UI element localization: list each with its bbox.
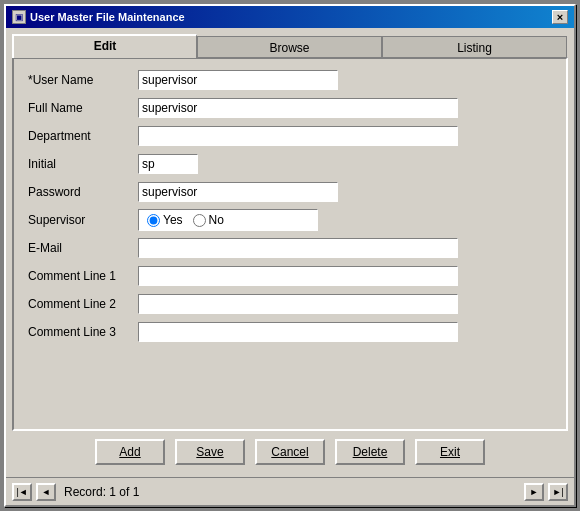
cancel-button[interactable]: Cancel [255, 439, 325, 465]
comment2-label: Comment Line 2 [28, 297, 138, 311]
window-content: Edit Browse Listing *User Name Full Name [6, 28, 574, 477]
button-bar: Add Save Cancel Delete Exit [12, 431, 568, 471]
email-row: E-Mail [28, 237, 552, 259]
comment1-input[interactable] [138, 266, 458, 286]
supervisor-yes-radio[interactable] [147, 214, 160, 227]
comment1-label: Comment Line 1 [28, 269, 138, 283]
full-name-row: Full Name [28, 97, 552, 119]
tab-browse[interactable]: Browse [197, 36, 382, 59]
initial-label: Initial [28, 157, 138, 171]
comment1-row: Comment Line 1 [28, 265, 552, 287]
window-icon: ▣ [12, 10, 26, 24]
tab-bar: Edit Browse Listing [12, 34, 568, 57]
nav-last-button[interactable]: ►| [548, 483, 568, 501]
comment2-row: Comment Line 2 [28, 293, 552, 315]
supervisor-row: Supervisor Yes No [28, 209, 552, 231]
comment3-input[interactable] [138, 322, 458, 342]
password-input[interactable] [138, 182, 338, 202]
exit-button[interactable]: Exit [415, 439, 485, 465]
department-row: Department [28, 125, 552, 147]
initial-input[interactable] [138, 154, 198, 174]
title-bar-left: ▣ User Master File Maintenance [12, 10, 185, 24]
add-button[interactable]: Add [95, 439, 165, 465]
tab-edit[interactable]: Edit [12, 34, 197, 58]
email-label: E-Mail [28, 241, 138, 255]
supervisor-no-option[interactable]: No [193, 213, 224, 227]
supervisor-yes-option[interactable]: Yes [147, 213, 183, 227]
delete-button[interactable]: Delete [335, 439, 405, 465]
form-area: *User Name Full Name Department Initial [28, 69, 552, 343]
department-label: Department [28, 129, 138, 143]
window-title: User Master File Maintenance [30, 11, 185, 23]
nav-next-button[interactable]: ► [524, 483, 544, 501]
supervisor-no-radio[interactable] [193, 214, 206, 227]
full-name-input[interactable] [138, 98, 458, 118]
title-bar: ▣ User Master File Maintenance × [6, 6, 574, 28]
tab-listing[interactable]: Listing [382, 36, 567, 59]
nav-bar: |◄ ◄ Record: 1 of 1 ► ►| [6, 477, 574, 505]
user-name-row: *User Name [28, 69, 552, 91]
record-info: Record: 1 of 1 [60, 485, 520, 499]
department-input[interactable] [138, 126, 458, 146]
comment2-input[interactable] [138, 294, 458, 314]
comment3-row: Comment Line 3 [28, 321, 552, 343]
comment3-label: Comment Line 3 [28, 325, 138, 339]
supervisor-label: Supervisor [28, 213, 138, 227]
user-name-input[interactable] [138, 70, 338, 90]
email-input[interactable] [138, 238, 458, 258]
user-name-label: *User Name [28, 73, 138, 87]
full-name-label: Full Name [28, 101, 138, 115]
nav-first-button[interactable]: |◄ [12, 483, 32, 501]
edit-panel: *User Name Full Name Department Initial [12, 57, 568, 431]
close-button[interactable]: × [552, 10, 568, 24]
password-label: Password [28, 185, 138, 199]
supervisor-group: Yes No [138, 209, 318, 231]
main-window: ▣ User Master File Maintenance × Edit Br… [4, 4, 576, 507]
nav-prev-button[interactable]: ◄ [36, 483, 56, 501]
save-button[interactable]: Save [175, 439, 245, 465]
password-row: Password [28, 181, 552, 203]
initial-row: Initial [28, 153, 552, 175]
